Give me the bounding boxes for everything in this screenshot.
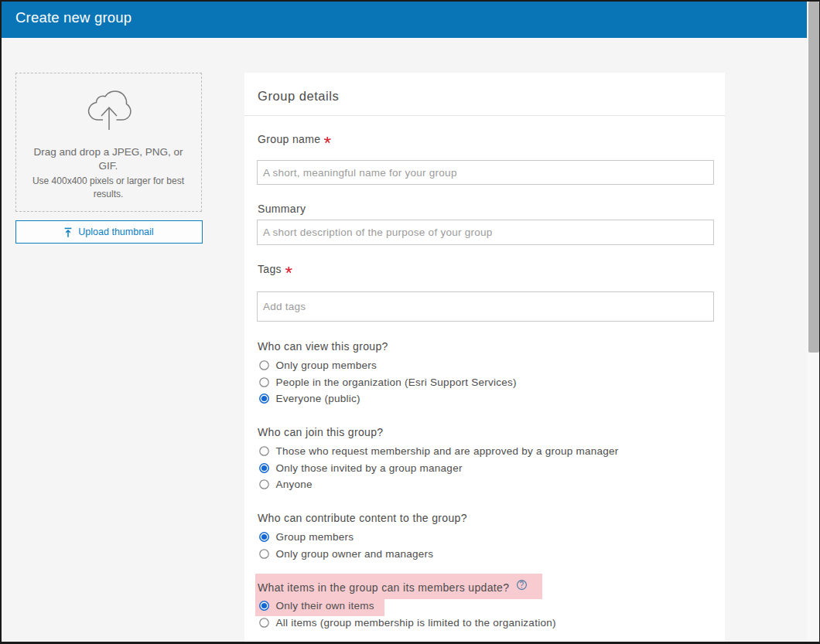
- svg-text:?: ?: [519, 581, 524, 589]
